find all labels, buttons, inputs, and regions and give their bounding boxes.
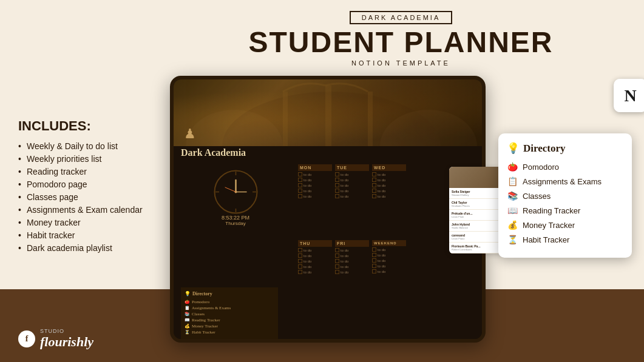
logo-studio: studio: [40, 328, 93, 334]
cal-todo: to do: [298, 178, 332, 182]
main-title: STUDENT PLANNER: [170, 28, 632, 57]
cal-col-weekend: WEEKEND to do to do to do to do to do: [372, 240, 406, 275]
includes-list: Weekly & Daily to do listWeekly prioriti…: [18, 141, 176, 256]
cal-col-tue: TUE to do to do to do to do to do: [335, 164, 369, 199]
cal-day-tue: TUE: [335, 164, 369, 171]
chess-pawn-icon: ♟: [181, 125, 199, 143]
tablet-mockup: ♟ Dark Academia: [170, 76, 486, 343]
cal-todo: to do: [335, 178, 369, 182]
dir-item-classes[interactable]: 📚 Classes: [507, 191, 623, 201]
svg-rect-5: [368, 92, 373, 146]
cal-day-mon: MON: [298, 164, 332, 171]
cal-todo: to do: [335, 248, 369, 252]
tablet-dir-item: 📖 Reading Tracker: [185, 317, 274, 323]
includes-list-item: Weekly & Daily to do list: [18, 141, 176, 151]
cal-day-thu: THU: [298, 240, 332, 247]
cal-todo: to do: [372, 194, 406, 198]
clock-time: 8:53:22 PM: [181, 215, 290, 221]
svg-rect-3: [283, 92, 288, 146]
directory-popup: 💡 Directory 🍅 Pomodoro 📋 Assignments & E…: [498, 133, 632, 258]
clock-svg: [213, 169, 259, 215]
cal-todo: to do: [372, 253, 406, 257]
tablet-dir-item: 📚 Classes: [185, 311, 274, 317]
cal-todo: to do: [372, 247, 406, 252]
cal-todo: to do: [335, 264, 369, 269]
classes-icon: 📚: [507, 191, 518, 201]
dir-item-money[interactable]: 💰 Money Tracker: [507, 220, 623, 230]
includes-list-item: Habit tracker: [18, 230, 176, 240]
cal-day-wed: WED: [372, 164, 406, 171]
tablet-directory: 💡 Directory 🍅 Pomodoro 📋 Assignments & E…: [181, 287, 278, 339]
cal-todo: to do: [298, 270, 332, 274]
cal-todo: to do: [335, 259, 369, 263]
includes-list-item: Weekly priorities list: [18, 154, 176, 164]
clock-day: Thursday: [181, 221, 290, 226]
cal-todo: to do: [298, 264, 332, 269]
reading-icon: 📖: [507, 206, 518, 215]
cal-col-thu: THU to do to do to do to do to do: [298, 240, 332, 275]
pomodoro-icon: 🍅: [507, 162, 518, 172]
notion-badge: N: [614, 79, 644, 112]
includes-list-item: Dark academia playlist: [18, 243, 176, 253]
notion-header-image: [174, 79, 482, 146]
cal-todo: to do: [372, 172, 406, 176]
svg-line-10: [225, 187, 236, 192]
includes-list-item: Money tracker: [18, 218, 176, 227]
cal-todo: to do: [372, 189, 406, 193]
cal-todo: to do: [335, 183, 369, 187]
dir-item-habit[interactable]: ⏳ Habit Tracker: [507, 235, 623, 244]
cal-todo: to do: [298, 183, 332, 187]
tablet-dir-item: 📋 Assignments & Exams: [185, 305, 274, 311]
includes-title: INCLUDES:: [18, 118, 176, 134]
cal-todo: to do: [298, 189, 332, 193]
tablet-dir-item: ⏳ Habit Tracker: [185, 329, 274, 335]
notion-letter: N: [624, 86, 636, 106]
logo-text: studio flourishly: [40, 328, 93, 350]
cal-col-wed: WED to do to do to do to do to do: [372, 164, 406, 199]
logo-area: f studio flourishly: [18, 328, 93, 350]
cal-todo: to do: [298, 259, 332, 263]
cal-todo: to do: [298, 194, 332, 198]
cal-todo: to do: [372, 264, 406, 268]
cal-day-weekend: WEEKEND: [372, 240, 406, 246]
assignments-icon: 📋: [507, 176, 518, 186]
tablet-dir-title: 💡 Directory: [185, 291, 274, 297]
directory-popup-title: 💡 Directory: [507, 142, 623, 155]
cal-todo: to do: [372, 258, 406, 263]
cal-todo: to do: [335, 253, 369, 258]
svg-rect-4: [325, 85, 331, 146]
cal-todo: to do: [298, 253, 332, 258]
cal-todo: to do: [372, 269, 406, 273]
habit-icon: ⏳: [507, 235, 518, 244]
includes-list-item: Pomodoro page: [18, 179, 176, 189]
left-panel: INCLUDES: Weekly & Daily to do listWeekl…: [18, 0, 176, 362]
includes-list-item: Reading tracker: [18, 167, 176, 176]
cal-todo: to do: [372, 183, 406, 187]
logo-brand: flourishly: [40, 334, 93, 349]
directory-icon: 💡: [507, 142, 520, 155]
includes-list-item: Assignments & Exam calendar: [18, 205, 176, 215]
includes-list-item: Classes page: [18, 192, 176, 202]
cal-col-fri: FRI to do to do to do to do to do: [335, 240, 369, 275]
cal-day-fri: FRI: [335, 240, 369, 247]
tablet-screen: ♟ Dark Academia: [174, 79, 482, 339]
cal-todo: to do: [335, 172, 369, 176]
cal-todo: to do: [335, 194, 369, 198]
cal-todo: to do: [335, 189, 369, 193]
cal-todo: to do: [335, 270, 369, 274]
tablet-dir-item: 🍅 Pomodoro: [185, 299, 274, 305]
dir-item-assignments[interactable]: 📋 Assignments & Exams: [507, 176, 623, 186]
dark-academia-badge: DARK ACADEMIA: [350, 11, 452, 24]
cal-col-mon: MON to do to do to do to do to do: [298, 164, 332, 199]
logo-icon: f: [18, 330, 35, 347]
header-area: DARK ACADEMIA STUDENT PLANNER NOTION TEM…: [170, 11, 632, 67]
money-icon: 💰: [507, 220, 518, 230]
tablet-dir-item: 💰 Money Tracker: [185, 323, 274, 329]
cal-todo: to do: [298, 172, 332, 176]
dir-item-pomodoro[interactable]: 🍅 Pomodoro: [507, 162, 623, 172]
notion-page-title: Dark Academia: [181, 147, 246, 158]
cal-todo: to do: [298, 248, 332, 252]
subtitle: NOTION TEMPLATE: [170, 59, 632, 67]
cal-todo: to do: [372, 178, 406, 182]
dir-item-reading[interactable]: 📖 Reading Tracker: [507, 206, 623, 215]
